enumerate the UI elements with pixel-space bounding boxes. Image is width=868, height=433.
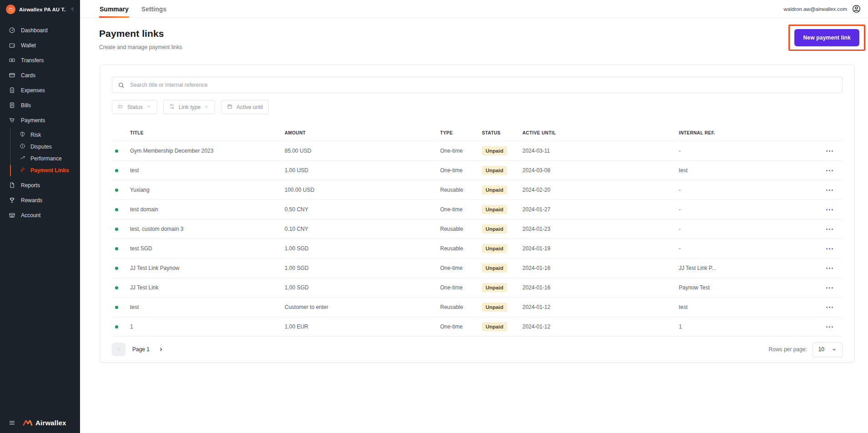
type-cell: Reusable xyxy=(440,245,482,252)
status-filter-label: Status xyxy=(127,104,143,110)
table-row[interactable]: 11.00 EUROne-timeUnpaid2024-01-121 xyxy=(112,317,843,336)
account-icon xyxy=(9,212,15,219)
active-status-dot xyxy=(115,228,118,231)
active-until-filter-button[interactable]: Active until xyxy=(221,100,269,114)
user-email: waldron.aw@airwallex.com xyxy=(784,6,848,12)
table-row[interactable]: test domain0.50 CNYOne-timeUnpaid2024-01… xyxy=(112,199,843,219)
sidebar-item-expenses[interactable]: $Expenses xyxy=(0,83,80,98)
sidebar-item-payments[interactable]: Payments xyxy=(0,113,80,128)
sidebar-item-reports[interactable]: Reports xyxy=(0,178,80,193)
sidebar: Airwallex PA AU T... DashboardWalletTran… xyxy=(0,0,80,433)
payment-links-card: Status Link type Active until TITLE xyxy=(100,65,855,363)
active-status-dot xyxy=(115,325,118,328)
active-status-dot xyxy=(115,286,118,289)
type-cell: One-time xyxy=(440,324,482,330)
amount-cell: 1.00 SGD xyxy=(285,284,440,291)
user-avatar-button[interactable] xyxy=(852,4,861,14)
sidebar-item-label: Expenses xyxy=(21,87,45,94)
table-row[interactable]: test SGD1.00 SGDReusableUnpaid2024-01-19… xyxy=(112,239,843,258)
user-avatar-icon xyxy=(852,4,861,14)
status-badge: Unpaid xyxy=(482,264,507,273)
link-type-filter-button[interactable]: Link type xyxy=(163,100,215,114)
table-header-row: TITLE AMOUNT TYPE STATUS ACTIVE UNTIL IN… xyxy=(112,124,843,141)
sidebar-item-disputes[interactable]: Disputes xyxy=(10,141,80,153)
row-actions-button[interactable] xyxy=(823,187,835,193)
row-actions-button[interactable] xyxy=(823,246,835,252)
status-dot-cell xyxy=(112,208,130,211)
new-payment-link-button[interactable]: New payment link xyxy=(794,29,859,46)
row-actions-button[interactable] xyxy=(823,324,835,330)
link-type-filter-label: Link type xyxy=(179,104,201,110)
sidebar-item-payment-links[interactable]: Payment Links xyxy=(10,164,80,176)
sidebar-item-cards[interactable]: Cards xyxy=(0,68,80,83)
table-row[interactable]: testCustomer to enterReusableUnpaid2024-… xyxy=(112,297,843,317)
status-filter-button[interactable]: Status xyxy=(112,100,157,114)
actions-cell xyxy=(823,304,843,310)
sidebar-item-performance[interactable]: Performance xyxy=(10,153,80,164)
main-content: Summary Settings waldron.aw@airwallex.co… xyxy=(80,0,868,433)
sidebar-item-rewards[interactable]: Rewards xyxy=(0,193,80,208)
internal-ref-cell: - xyxy=(679,245,823,252)
amount-cell: 1.00 SGD xyxy=(285,245,440,252)
workspace-selector[interactable]: Airwallex PA AU T... xyxy=(0,0,80,17)
sidebar-item-label: Reports xyxy=(21,182,40,189)
table-row[interactable]: Yuxiang100.00 USDReusableUnpaid2024-02-2… xyxy=(112,180,843,199)
collapse-sidebar-button[interactable] xyxy=(8,418,16,427)
table-body: Gym Membership December 202385.00 USDOne… xyxy=(112,141,843,336)
title-cell: JJ Test Link Paynow xyxy=(130,265,285,271)
tab-settings[interactable]: Settings xyxy=(141,0,167,18)
row-actions-button[interactable] xyxy=(823,148,835,154)
search-bar[interactable] xyxy=(112,77,843,93)
status-badge: Unpaid xyxy=(482,146,507,155)
sidebar-item-bills[interactable]: Bills xyxy=(0,98,80,113)
actions-cell xyxy=(823,246,843,252)
sidebar-item-dashboard[interactable]: Dashboard xyxy=(0,23,80,38)
sidebar-item-risk[interactable]: Risk xyxy=(10,129,80,141)
filter-row: Status Link type Active until xyxy=(112,100,843,114)
sidebar-item-label: Wallet xyxy=(21,42,36,49)
active-until-cell: 2024-01-12 xyxy=(522,304,679,310)
type-cell: One-time xyxy=(440,265,482,271)
status-badge: Unpaid xyxy=(482,166,507,175)
transfers-icon xyxy=(9,57,15,64)
sidebar-item-account[interactable]: Account xyxy=(0,208,80,223)
next-page-button[interactable] xyxy=(156,345,166,354)
table-row[interactable]: JJ Test Link Paynow1.00 SGDOne-timeUnpai… xyxy=(112,258,843,278)
table-row[interactable]: Gym Membership December 202385.00 USDOne… xyxy=(112,141,843,160)
prev-page-button[interactable] xyxy=(112,343,125,356)
sidebar-item-transfers[interactable]: Transfers xyxy=(0,53,80,68)
row-actions-button[interactable] xyxy=(823,265,835,271)
pagination-right: Rows per page: 10 xyxy=(769,342,843,357)
table-row[interactable]: test, custom domain 30.10 CNYReusableUnp… xyxy=(112,219,843,239)
table-row[interactable]: JJ Test Link1.00 SGDOne-timeUnpaid2024-0… xyxy=(112,278,843,297)
sidebar-item-wallet[interactable]: Wallet xyxy=(0,38,80,53)
status-dot-cell xyxy=(112,267,130,270)
table-row[interactable]: test1.00 USDOne-timeUnpaid2024-03-08test xyxy=(112,160,843,180)
chevron-down-icon xyxy=(146,104,151,110)
airwallex-logomark-icon xyxy=(22,419,33,427)
chevron-left-icon xyxy=(116,347,121,352)
row-actions-button[interactable] xyxy=(823,285,835,291)
hamburger-icon xyxy=(9,419,15,426)
tab-summary[interactable]: Summary xyxy=(99,0,129,18)
row-actions-button[interactable] xyxy=(823,207,835,213)
expenses-icon: $ xyxy=(9,87,15,94)
actions-cell xyxy=(823,226,843,232)
status-badge: Unpaid xyxy=(482,322,507,331)
search-input[interactable] xyxy=(129,81,837,89)
type-cell: One-time xyxy=(440,206,482,213)
amount-cell: Customer to enter xyxy=(285,304,440,310)
row-actions-button[interactable] xyxy=(823,304,835,310)
row-actions-button[interactable] xyxy=(823,226,835,232)
actions-cell xyxy=(823,285,843,291)
internal-ref-cell: JJ Test Link P... xyxy=(679,265,823,271)
type-cell: One-time xyxy=(440,148,482,154)
row-actions-button[interactable] xyxy=(823,168,835,174)
airwallex-logo: Airwallex xyxy=(22,419,66,427)
active-until-cell: 2024-02-20 xyxy=(522,187,679,193)
column-amount: AMOUNT xyxy=(285,130,440,135)
rows-per-page-select[interactable]: 10 xyxy=(813,342,843,357)
status-cell: Unpaid xyxy=(482,185,522,194)
title-cell: test, custom domain 3 xyxy=(130,226,285,232)
sidebar-item-label: Account xyxy=(21,212,40,219)
